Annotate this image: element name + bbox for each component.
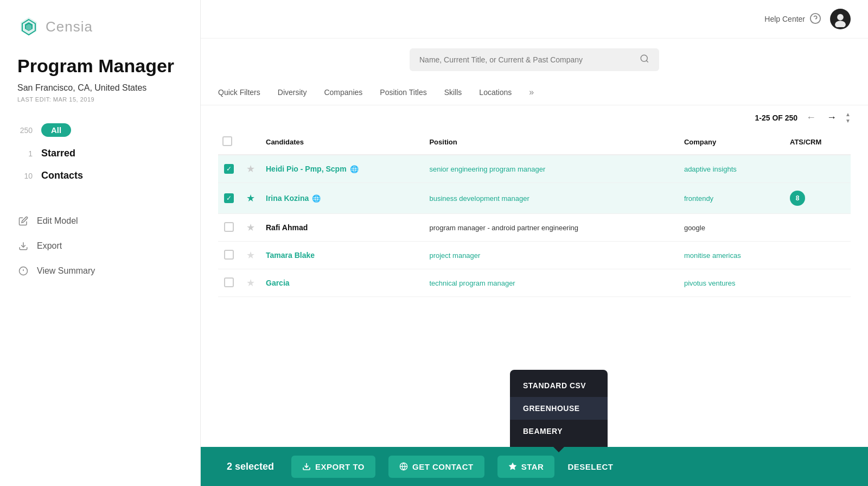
search-box[interactable] [410, 48, 659, 71]
next-page-arrow[interactable]: → [825, 111, 839, 124]
ats-cell [786, 155, 851, 183]
topbar: Help Center [201, 0, 868, 39]
edit-model-action[interactable]: Edit Model [17, 209, 183, 233]
company-text: adaptive insights [684, 165, 737, 173]
position-cell: project manager [425, 242, 679, 269]
filter-locations[interactable]: Locations [479, 88, 512, 97]
filter-companies[interactable]: Companies [324, 88, 362, 97]
candidate-name[interactable]: Tamara Blake [266, 251, 420, 260]
info-icon [17, 265, 29, 277]
candidate-name[interactable]: Garcia [266, 279, 420, 287]
edit-model-label: Edit Model [37, 216, 78, 226]
filter-position-titles[interactable]: Position Titles [380, 88, 426, 97]
filter-more-icon[interactable]: » [529, 87, 534, 97]
row-checkbox-cell[interactable] [218, 269, 240, 297]
page-up-btn[interactable]: ▲ [845, 111, 851, 118]
search-icon [640, 54, 649, 66]
get-contact-label: GET CONTACT [412, 462, 474, 471]
all-count: 250 [17, 126, 33, 135]
export-action[interactable]: Export [17, 233, 183, 258]
pagination-text: 1-25 OF 250 [755, 113, 797, 122]
export-to-button[interactable]: EXPORT TO [291, 456, 375, 478]
candidates-table: Candidates Position Company ATS/CRM ★ [218, 130, 851, 297]
get-contact-button[interactable]: GET CONTACT [388, 456, 484, 478]
dropdown-standard-csv[interactable]: STANDARD CSV [510, 374, 608, 397]
candidate-name[interactable]: Rafi Ahmad [266, 223, 420, 232]
position-cell: program manager - android partner engine… [425, 214, 679, 242]
job-location: San Francisco, CA, United States [17, 83, 183, 93]
sidebar-item-all[interactable]: 250 All [17, 118, 183, 142]
candidate-name[interactable]: Heidi Pio - Pmp, Scpm 🌐 [266, 165, 420, 173]
company-text: google [684, 224, 705, 232]
svg-point-10 [837, 14, 844, 21]
help-center-label: Help Center [764, 15, 805, 23]
ats-cell [786, 214, 851, 242]
export-dropdown: STANDARD CSV GREENHOUSE BEAMERY [510, 370, 608, 447]
svg-point-11 [835, 21, 846, 27]
filter-quick-filters[interactable]: Quick Filters [218, 88, 260, 97]
star-icon[interactable]: ★ [246, 222, 255, 233]
svg-point-12 [641, 55, 647, 61]
page-updown[interactable]: ▲ ▼ [845, 111, 851, 124]
logo-text: Censia [46, 18, 93, 35]
last-edit-date: MAR 15, 2019 [53, 96, 94, 103]
row-checkbox-cell[interactable] [218, 183, 240, 214]
row-checkbox[interactable] [224, 250, 234, 260]
row-checkbox[interactable] [224, 277, 234, 287]
filters-bar: Quick Filters Diversity Companies Positi… [201, 80, 868, 105]
filter-diversity[interactable]: Diversity [278, 88, 307, 97]
sidebar-item-starred[interactable]: 1 Starred [17, 142, 183, 165]
row-checkbox[interactable] [224, 164, 234, 174]
row-star-cell[interactable]: ★ [240, 155, 261, 183]
row-star-cell[interactable]: ★ [240, 214, 261, 242]
search-input[interactable] [419, 55, 634, 64]
last-edit-label: LAST EDIT: [17, 96, 51, 103]
filter-skills[interactable]: Skills [444, 88, 462, 97]
star-icon-filled[interactable]: ★ [246, 193, 255, 204]
pagination-bar: 1-25 OF 250 ← → ▲ ▼ [201, 105, 868, 130]
row-checkbox-cell[interactable] [218, 155, 240, 183]
company-cell: frontendy [680, 183, 786, 214]
row-checkbox[interactable] [224, 193, 234, 203]
star-icon[interactable]: ★ [246, 277, 255, 288]
deselect-button[interactable]: DESELECT [567, 462, 613, 471]
company-cell: pivotus ventures [680, 269, 786, 297]
view-summary-action[interactable]: View Summary [17, 258, 183, 283]
dropdown-greenhouse[interactable]: GREENHOUSE [510, 397, 608, 420]
starred-count: 1 [17, 149, 33, 158]
export-to-label: EXPORT TO [315, 462, 365, 471]
logo[interactable]: Censia [17, 15, 183, 38]
dropdown-beamery[interactable]: BEAMERY [510, 420, 608, 443]
svg-line-13 [646, 60, 648, 62]
row-checkbox[interactable] [224, 222, 234, 232]
star-icon[interactable]: ★ [246, 250, 255, 261]
col-checkbox[interactable] [218, 130, 240, 155]
prev-page-arrow[interactable]: ← [804, 111, 818, 124]
sidebar: Censia Program Manager San Francisco, CA… [0, 0, 201, 486]
row-star-cell[interactable]: ★ [240, 269, 261, 297]
user-avatar[interactable] [830, 9, 851, 29]
star-icon[interactable]: ★ [246, 163, 255, 174]
help-center[interactable]: Help Center [764, 12, 821, 26]
page-down-btn[interactable]: ▼ [845, 118, 851, 124]
view-summary-label: View Summary [37, 266, 95, 276]
sidebar-actions: Edit Model Export View Summary [17, 209, 183, 283]
candidate-name-cell[interactable]: Tamara Blake [261, 242, 425, 269]
row-checkbox-cell[interactable] [218, 214, 240, 242]
row-checkbox-cell[interactable] [218, 242, 240, 269]
table-row: ★ Heidi Pio - Pmp, Scpm 🌐 senior enginee… [218, 155, 851, 183]
ats-badge: 8 [790, 191, 805, 206]
candidate-name-cell[interactable]: Rafi Ahmad [261, 214, 425, 242]
row-star-cell[interactable]: ★ [240, 183, 261, 214]
sidebar-item-contacts[interactable]: 10 Contacts [17, 165, 183, 187]
select-all-checkbox[interactable] [222, 136, 232, 146]
candidate-name-cell[interactable]: Heidi Pio - Pmp, Scpm 🌐 [261, 155, 425, 183]
search-area [201, 39, 868, 80]
position-cell: senior engineering program manager [425, 155, 679, 183]
star-button[interactable]: STAR [497, 456, 555, 478]
candidate-name-cell[interactable]: Irina Kozina 🌐 [261, 183, 425, 214]
candidate-name[interactable]: Irina Kozina 🌐 [266, 194, 420, 203]
candidate-name-cell[interactable]: Garcia [261, 269, 425, 297]
row-star-cell[interactable]: ★ [240, 242, 261, 269]
col-company: Company [680, 130, 786, 155]
